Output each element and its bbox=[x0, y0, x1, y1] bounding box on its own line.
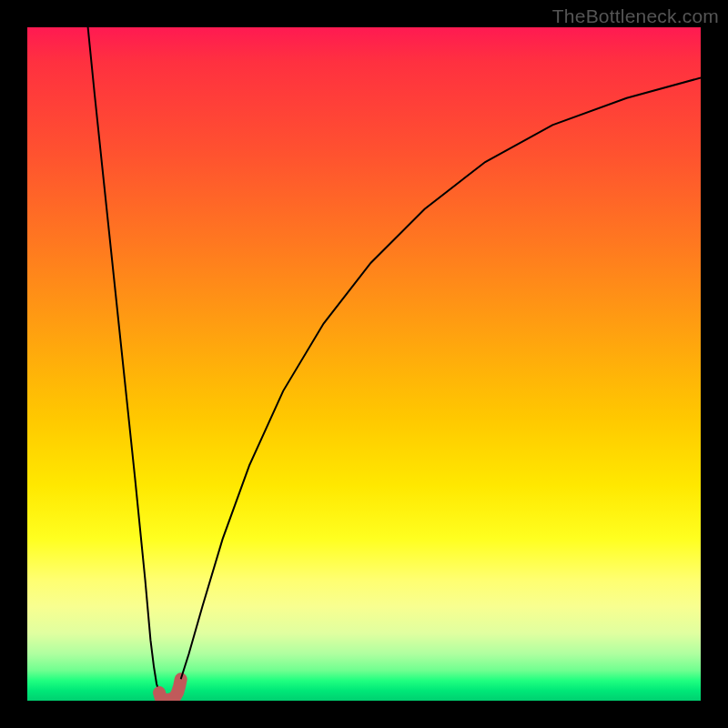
watermark-text: TheBottleneck.com bbox=[552, 5, 719, 27]
chart-frame: TheBottleneck.com bbox=[0, 0, 728, 728]
plot-area bbox=[27, 27, 701, 701]
curve-dip-marker bbox=[159, 679, 181, 700]
curve-right-branch bbox=[181, 78, 701, 680]
curve-left-branch bbox=[88, 27, 159, 693]
curve-layer bbox=[27, 27, 701, 701]
